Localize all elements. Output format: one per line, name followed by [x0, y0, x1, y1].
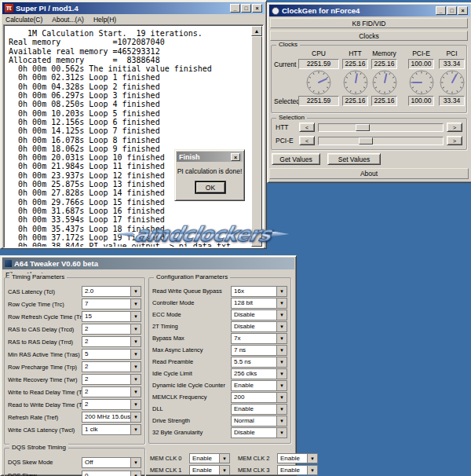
dropdown[interactable]: 2▼	[82, 336, 141, 347]
dropdown[interactable]: Enable▼	[277, 453, 318, 463]
dropdown[interactable]: 2▼	[82, 361, 141, 372]
chevron-down-icon[interactable]: ▼	[130, 458, 141, 467]
dropdown[interactable]: 2▼	[82, 324, 141, 335]
dropdown[interactable]: 2.0▼	[82, 286, 141, 297]
superpi-scrollbar[interactable]: ▲	[251, 26, 262, 247]
clock-selected-value: 33.34	[439, 96, 465, 106]
chevron-down-icon[interactable]: ▼	[276, 416, 287, 426]
ok-button[interactable]: OK	[195, 181, 225, 193]
dropdown[interactable]: 200▼	[231, 392, 287, 403]
superpi-titlebar[interactable]: π Super PI / mod1.4 _ □ ×	[2, 2, 265, 14]
slider-right-icon[interactable]: >	[447, 123, 462, 132]
dropdown[interactable]: 5.5 ns▼	[231, 357, 287, 368]
dropdown[interactable]: 0▼	[82, 471, 141, 476]
chevron-down-icon[interactable]: ▼	[307, 466, 317, 474]
minimize-icon[interactable]: _	[436, 6, 446, 15]
superpi-menu-calculatec[interactable]: Calculate(C)	[5, 16, 42, 24]
clocks-group-label: Clocks	[276, 41, 300, 48]
chevron-down-icon[interactable]: ▼	[130, 287, 141, 296]
chevron-down-icon[interactable]: ▼	[276, 298, 287, 308]
dropdown[interactable]: 7 ns▼	[231, 345, 287, 356]
scrollbar-thumb[interactable]	[251, 36, 262, 247]
dropdown[interactable]: Enable▼	[231, 380, 287, 391]
dropdown[interactable]: 2▼	[82, 399, 141, 410]
dropdown-value: 200 MHz 15.6us	[82, 412, 130, 422]
close-icon[interactable]: ×	[252, 4, 262, 13]
chevron-down-icon[interactable]: ▼	[130, 299, 141, 309]
chevron-down-icon[interactable]: ▼	[276, 346, 287, 355]
chevron-down-icon[interactable]: ▼	[276, 322, 287, 331]
dropdown[interactable]: 2▼	[82, 374, 141, 385]
dropdown[interactable]: 200 MHz 15.6us▼	[82, 412, 141, 423]
chevron-down-icon[interactable]: ▼	[276, 310, 287, 320]
dropdown[interactable]: 256 clks▼	[231, 368, 287, 379]
superpi-menu-abouta[interactable]: About...(A)	[52, 16, 84, 24]
dropdown[interactable]: Normal▼	[231, 416, 287, 427]
chevron-down-icon[interactable]: ▼	[130, 425, 141, 434]
close-icon[interactable]: ×	[231, 153, 240, 161]
finish-titlebar[interactable]: Finish ×	[177, 152, 243, 162]
slider-right-icon[interactable]: >	[447, 136, 462, 145]
chevron-down-icon[interactable]: ▼	[276, 405, 287, 414]
chevron-down-icon[interactable]: ▼	[130, 362, 141, 372]
chevron-down-icon[interactable]: ▼	[130, 312, 141, 321]
dropdown[interactable]: 16x▼	[231, 286, 287, 297]
clocks-bar[interactable]: Clocks	[270, 31, 468, 41]
dropdown[interactable]: Enable▼	[231, 404, 287, 415]
chevron-down-icon[interactable]: ▼	[130, 375, 141, 384]
slider-left-icon[interactable]: <	[299, 123, 315, 132]
dropdown[interactable]: Enable▼	[189, 453, 230, 463]
chevron-down-icon[interactable]: ▼	[130, 350, 141, 359]
about-bar[interactable]: About	[269, 168, 469, 179]
dropdown[interactable]: 1 clk▼	[82, 424, 141, 435]
chevron-down-icon[interactable]: ▼	[130, 400, 141, 409]
chevron-down-icon[interactable]: ▼	[307, 454, 317, 463]
maximize-icon[interactable]: □	[447, 6, 457, 15]
slider-thumb[interactable]	[359, 137, 373, 145]
dropdown[interactable]: 15▼	[82, 311, 141, 322]
k8-fidvid-bar[interactable]: K8 FID/VID	[270, 18, 468, 28]
get-values-button[interactable]: Get Values	[272, 153, 320, 165]
slider-track[interactable]	[318, 123, 444, 132]
dropdown[interactable]: Disable▼	[231, 321, 287, 332]
dropdown[interactable]: Disable▼	[231, 309, 287, 320]
chevron-down-icon[interactable]: ▼	[276, 357, 287, 367]
dropdown[interactable]: 5▼	[82, 349, 141, 360]
chevron-down-icon[interactable]: ▼	[276, 369, 287, 379]
superpi-menu-helph[interactable]: Help(H)	[93, 16, 116, 24]
dropdown[interactable]: 2▼	[82, 386, 141, 397]
chevron-down-icon[interactable]: ▼	[130, 387, 141, 397]
dropdown[interactable]: Off▼	[82, 457, 141, 468]
a64-titlebar[interactable]: A64 Tweaker V0.60 beta	[2, 258, 294, 269]
chevron-down-icon[interactable]: ▼	[276, 428, 287, 438]
minimize-icon[interactable]: _	[230, 4, 240, 13]
chevron-down-icon[interactable]: ▼	[130, 337, 141, 346]
chevron-down-icon[interactable]: ▼	[130, 471, 141, 476]
parameter-row: DQS Skew ModeOff▼	[5, 456, 144, 469]
slider-track[interactable]	[318, 137, 444, 145]
chevron-down-icon[interactable]: ▼	[276, 334, 287, 343]
close-icon[interactable]: ×	[458, 6, 468, 15]
dropdown[interactable]: 128 bit▼	[231, 298, 287, 309]
slider-thumb[interactable]	[356, 124, 370, 131]
clock-column-header: Memory	[371, 49, 397, 57]
dropdown[interactable]: Disable▼	[231, 427, 287, 438]
clockgen-titlebar[interactable]: ClockGen for nForce4 _ □ ×	[269, 5, 470, 16]
dropdown[interactable]: Enable▼	[189, 465, 230, 475]
memclk-label: MEM CLK 0	[150, 455, 189, 462]
chevron-down-icon[interactable]: ▼	[219, 466, 229, 474]
dropdown[interactable]: 7▼	[82, 298, 141, 309]
set-values-button[interactable]: Set Values	[327, 153, 381, 165]
chevron-down-icon[interactable]: ▼	[276, 393, 287, 402]
dropdown[interactable]: Enable▼	[277, 465, 318, 475]
chevron-down-icon[interactable]: ▼	[130, 324, 141, 334]
dropdown[interactable]: 7x▼	[231, 333, 287, 344]
maximize-icon[interactable]: □	[241, 4, 251, 13]
scroll-up-icon[interactable]: ▲	[251, 26, 262, 36]
slider-left-icon[interactable]: <	[299, 136, 315, 145]
chevron-down-icon[interactable]: ▼	[130, 412, 141, 422]
chevron-down-icon[interactable]: ▼	[276, 381, 287, 390]
chevron-down-icon[interactable]: ▼	[219, 454, 229, 463]
chevron-down-icon[interactable]: ▼	[276, 287, 287, 296]
dropdown-value: 7x	[232, 334, 276, 343]
